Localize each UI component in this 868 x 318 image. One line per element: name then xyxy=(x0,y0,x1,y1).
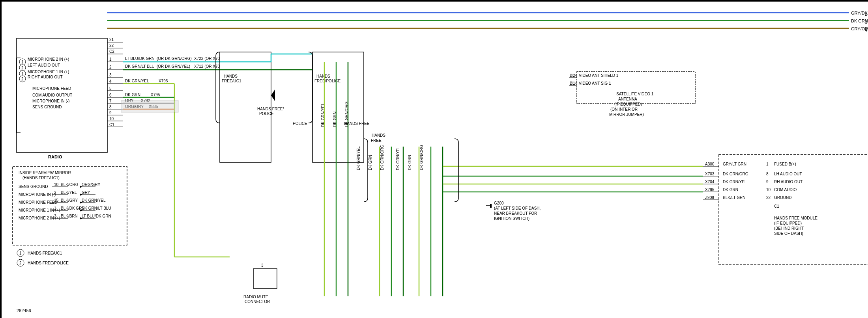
hfm-hf-label3: (BEHIND RIGHT xyxy=(774,226,804,231)
svg-rect-36 xyxy=(312,52,364,162)
sat-video-label2: ANTENNA xyxy=(618,97,637,101)
pin5-num: 5 xyxy=(109,86,112,91)
pin22: 22 xyxy=(109,43,114,48)
note2-text: HANDS FREE/POLICE xyxy=(28,261,69,265)
van-shield-label: VIDEO ANT SHIELD 1 xyxy=(579,73,619,78)
pin10-num: 10 xyxy=(109,117,114,121)
left-audio-label: LEFT AUDIO OUT xyxy=(28,63,60,67)
g200-note1: (AT LEFT SIDE OF DASH, xyxy=(494,206,541,210)
col2-dk-grn-org: DK GRN/ORG xyxy=(380,145,384,170)
hfm-num10: 10 xyxy=(766,188,771,192)
hfm-x704: X704 xyxy=(705,180,715,184)
pin9-num: 9 xyxy=(109,111,112,115)
wire-num-2: 2 xyxy=(865,12,867,17)
pin8-num: 8 xyxy=(109,105,112,109)
pin2-num: 2 xyxy=(109,65,112,69)
g200-note3: IGNITION SWITCH) xyxy=(494,216,529,221)
van-num2: 2 xyxy=(573,73,575,78)
svg-rect-72 xyxy=(490,204,492,208)
circle1-top: 1 xyxy=(21,60,24,64)
note1-circle: 1 xyxy=(19,251,22,255)
hf-uc1-label2: FREE/UC1 xyxy=(222,79,241,83)
part-number: 282456 xyxy=(17,308,31,313)
mirror-wire2: BLK/YEL xyxy=(61,190,77,195)
hfm-lh-audio: LH AUDIO OUT xyxy=(774,172,802,176)
col3-dk-grn-yel: DK GRN/YEL xyxy=(396,146,400,170)
wiring-diagram: GRY/DK BLU 2 DK GRN/ORG 3 GRY/ORG 4 21 2… xyxy=(0,0,868,318)
pin4-num: 4 xyxy=(109,79,112,84)
col2-dk-grn-yel: DK GRN/YEL xyxy=(356,146,361,170)
hfm-hf-label4: SIDE OF DASH) xyxy=(774,231,803,236)
radio-label: RADIO xyxy=(48,154,62,159)
pin6-num: 6 xyxy=(109,93,112,97)
van-num1: 1 xyxy=(573,81,575,86)
hands-free-right: HANDS xyxy=(372,133,385,138)
hfm-com-audio: COM AUDIO xyxy=(774,188,797,192)
pin1-num: 1 xyxy=(109,57,112,61)
pin21: 21 xyxy=(109,37,114,42)
circle1-mid: 1 xyxy=(21,72,24,76)
wire-lt-blu-dk-grn: LT BLU/DK GRN xyxy=(125,56,155,61)
circle2-mid: 2 xyxy=(21,77,24,81)
mirror-pin2: 2 xyxy=(54,190,56,195)
g200-note2: NEAR BREAKOUT FOR xyxy=(494,211,537,216)
wire-num-3: 3 xyxy=(865,20,867,24)
mirror-mic-neg: MICROPHONE IN (-) xyxy=(19,192,56,197)
radio-mute-num: 3 xyxy=(261,263,264,268)
mirror-label1: INSIDE REARVIEW MIRROR xyxy=(19,171,71,175)
hfm-c1: C1 xyxy=(774,204,779,208)
mirror-wire1: BLK/DK GRN xyxy=(61,206,85,210)
van-sig-label: VIDEO ANT SIG 1 xyxy=(579,81,611,86)
col2-dk-grn: DK GRN xyxy=(368,155,372,170)
wire-dk-grn-p6: DK GRN xyxy=(125,93,140,97)
note2-circle: 2 xyxy=(19,261,22,265)
hfm-z909: Z909 xyxy=(705,195,714,200)
wire-dk-grn-yel-p4: DK GRN/YEL xyxy=(125,79,149,83)
hfm-hf-label1: HANDS FREE MODULE xyxy=(774,216,817,220)
hf-police-mid: HANDS FREE/ xyxy=(257,107,284,111)
mirror-dest-lt-blu-dk-grn: LT BLU/DK GRN xyxy=(82,214,111,218)
wire-num-4: 4 xyxy=(865,28,867,32)
police-label: POLICE xyxy=(293,121,307,126)
sat-video-label3: (IF EQUIPPED) xyxy=(614,102,642,106)
mic-in-neg-label: MICROPHONE IN (-) xyxy=(32,99,69,103)
police-mid: POLICE xyxy=(259,112,274,116)
col3-dk-grn: DK GRN xyxy=(408,155,412,170)
hfm-wire-gry-lt-grn: GRY/LT GRN xyxy=(723,162,746,166)
mirror-dest-org-gry: ORG/GRY xyxy=(82,182,100,187)
mirror-label2: (HANDS FREE/UC1) xyxy=(22,176,60,180)
conn-x795: X795 xyxy=(151,93,160,97)
svg-rect-52 xyxy=(253,269,277,288)
hands-free-right2: FREE xyxy=(371,138,382,143)
mirror-wire15: BLK/GRY xyxy=(61,198,78,203)
svg-rect-34 xyxy=(121,100,178,112)
hands-free-label-mid: HANDS FREE xyxy=(344,121,370,126)
mirror-pin3: 3 xyxy=(54,214,56,218)
hfm-num8: 8 xyxy=(766,172,769,176)
circle2-top: 2 xyxy=(21,66,24,70)
mirror-dest-dk-grn-lt-blu: DK GRN/LT BLU xyxy=(82,206,111,210)
wire-alt2: (OR DK GRN/YEL) xyxy=(157,64,190,69)
mirror-pin10: 10 xyxy=(54,182,59,187)
conn-x793: X793 xyxy=(159,79,168,83)
hf-police-label2: FREE/POLICE xyxy=(314,79,340,83)
radio-mute-label2: CONNECTOR xyxy=(245,299,270,304)
mirror-mic-feed: MICROPHONE FEED xyxy=(19,200,57,205)
mirror-sens: SENS GROUND xyxy=(19,184,48,189)
mirror-pin15: 15 xyxy=(54,198,59,203)
hfm-num1: 1 xyxy=(766,162,769,166)
svg-rect-73 xyxy=(719,154,868,265)
hfm-wire-dk-grn-yel: DK GRN/YEL xyxy=(723,180,747,184)
note1-text: HANDS FREE/UC1 xyxy=(28,251,62,255)
sens-ground-label: SENS GROUND xyxy=(32,105,62,109)
sat-video-label1: SATELLITE VIDEO 1 xyxy=(616,92,654,96)
mirror-pin1: 1 xyxy=(54,206,56,210)
mirror-wire3: BLK/BRN xyxy=(61,214,78,218)
hfm-ground: GROUND xyxy=(774,195,791,200)
hfm-wire-dk-grn-org: DK GRN/ORG xyxy=(723,172,748,176)
col3-dk-grn-org: DK GRN/ORG xyxy=(419,145,424,170)
mic1-in-label: MICROPHONE 1 IN (+) xyxy=(28,70,69,74)
com-audio-label: COM AUDIO OUTPUT xyxy=(32,93,72,97)
hfm-wire-dk-grn: DK GRN xyxy=(723,188,738,192)
mic2-in-label: MICROPHONE 2 IN (+) xyxy=(28,57,69,61)
